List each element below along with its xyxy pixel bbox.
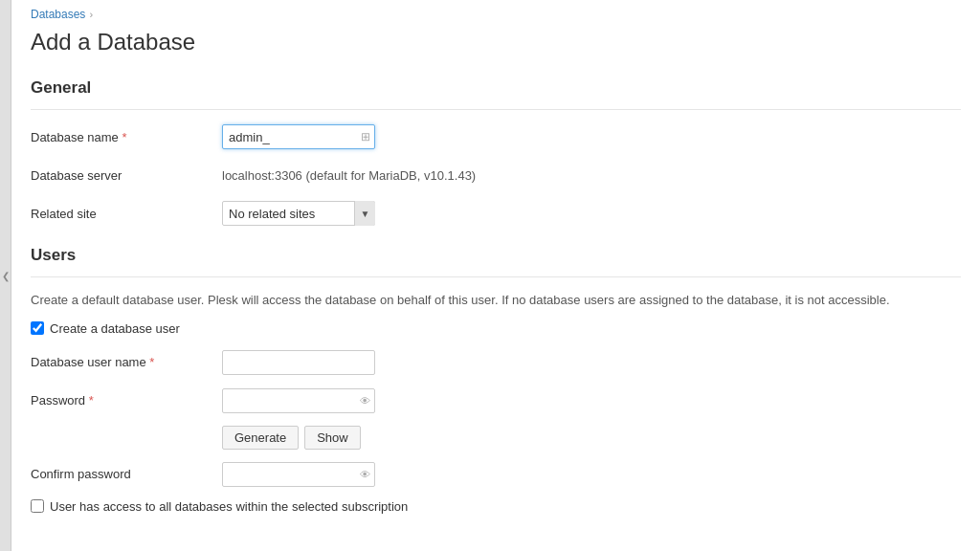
db-server-row: Database server localhost:3306 (default …: [31, 162, 961, 188]
related-site-select-wrapper: No related sites ▼: [222, 201, 375, 226]
general-section: General Database name * ⊞ Database serve…: [11, 71, 980, 227]
password-eye-icon: 👁: [360, 395, 370, 407]
generate-show-row: Generate Show: [222, 426, 961, 450]
related-site-select[interactable]: No related sites: [222, 201, 375, 226]
password-input-wrapper: 👁: [222, 388, 375, 413]
collapse-icon: ❮: [2, 271, 10, 281]
password-label: Password *: [31, 393, 222, 408]
db-server-value: localhost:3306 (default for MariaDB, v10…: [222, 168, 476, 183]
access-all-dbs-label: User has access to all databases within …: [50, 499, 408, 514]
confirm-password-row: Confirm password 👁: [31, 461, 961, 488]
db-server-label: Database server: [31, 168, 222, 183]
create-user-label: Create a database user: [50, 321, 180, 336]
related-site-row: Related site No related sites ▼: [31, 200, 961, 227]
db-user-name-row: Database user name *: [31, 349, 961, 376]
db-name-label: Database name *: [31, 130, 222, 144]
users-description: Create a default database user. Plesk wi…: [31, 291, 961, 310]
db-name-input-wrapper: ⊞: [222, 124, 375, 149]
generate-button[interactable]: Generate: [222, 426, 299, 450]
create-user-checkbox[interactable]: [31, 321, 44, 335]
general-section-title: General: [31, 71, 961, 110]
db-user-name-input[interactable]: [222, 350, 375, 375]
breadcrumb-databases-link[interactable]: Databases: [31, 8, 85, 21]
sidebar-toggle[interactable]: ❮: [0, 0, 11, 551]
breadcrumb-chevron: ›: [89, 9, 93, 20]
db-name-input[interactable]: [222, 124, 375, 149]
required-star: *: [122, 130, 126, 144]
password-row: Password * 👁: [31, 387, 961, 414]
db-name-icon: ⊞: [361, 130, 370, 143]
page-title: Add a Database: [11, 25, 980, 71]
db-user-name-label: Database user name *: [31, 355, 222, 369]
show-button[interactable]: Show: [304, 426, 361, 450]
create-user-row: Create a database user: [31, 321, 961, 336]
users-section: Users Create a default database user. Pl…: [11, 238, 980, 514]
access-all-dbs-checkbox[interactable]: [31, 499, 44, 513]
related-site-label: Related site: [31, 207, 222, 221]
required-star-pwd: *: [89, 393, 94, 408]
required-star-user: *: [149, 355, 154, 369]
breadcrumb: Databases ›: [11, 0, 980, 25]
access-all-dbs-row: User has access to all databases within …: [31, 499, 961, 514]
password-input[interactable]: [222, 388, 375, 413]
confirm-password-label: Confirm password: [31, 467, 222, 481]
confirm-password-input[interactable]: [222, 462, 375, 487]
confirm-password-input-wrapper: 👁: [222, 462, 375, 487]
db-name-row: Database name * ⊞: [31, 123, 961, 150]
confirm-password-eye-icon: 👁: [360, 469, 370, 480]
users-section-title: Users: [31, 238, 961, 277]
